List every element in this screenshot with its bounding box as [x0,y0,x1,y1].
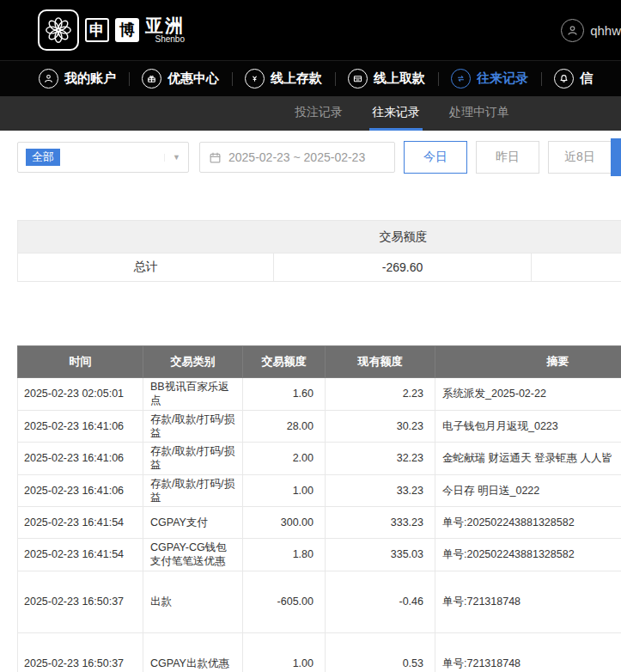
category-selected-value: 全部 [26,149,60,166]
cell-type: CGPAY出款优惠 [143,632,243,672]
cell-summary: 单号:721318748 [435,632,621,672]
cell-time: 2025-02-23 16:41:54 [18,539,143,571]
main-nav: 我的账户 优惠中心 线上存款 线上取款 往来记录 [0,60,621,96]
cell-balance: 0.53 [326,632,435,672]
cell-summary: 金蛇献瑞 财运通天 登录钜惠 人人皆 [435,443,621,475]
nav-item-label: 我的账户 [64,70,116,87]
brand-region-label: 亚洲 [145,16,185,35]
cell-time: 2025-02-23 16:41:06 [18,443,143,475]
cell-amount: 1.80 [243,539,326,571]
chevron-down-icon: ▼ [164,154,180,162]
brand-logo[interactable]: 申 博 亚洲 Shenbo [38,9,185,51]
nav-item-label: 往来记录 [477,70,528,87]
cell-time: 2025-02-23 16:41:54 [18,507,143,539]
summary-total-value: -269.60 [274,254,532,282]
col-header-time: 时间 [18,346,143,378]
nav-item-messages[interactable]: 信 [541,61,606,96]
cell-amount: 1.00 [243,474,326,507]
cell-type: BB视讯百家乐返点 [143,378,243,411]
bell-icon [554,69,574,89]
nav-item-label: 线上取款 [374,70,425,87]
summary-table: 交易额度 总计 -269.60 [17,220,621,282]
calendar-icon [209,151,222,164]
record-tabs: 投注记录 往来记录 处理中订单 [0,96,621,131]
quick-filter-last8days[interactable]: 近8日 [548,141,612,174]
cell-time: 2025-02-23 16:50:37 [18,571,143,632]
cell-type: 存款/取款/打码/损益 [143,474,243,507]
nav-item-label: 线上存款 [271,70,322,87]
cell-time: 2025-02-23 16:41:06 [18,474,143,507]
cell-amount: -605.00 [243,571,326,632]
user-menu[interactable]: qhhw [561,19,621,42]
category-select[interactable]: 全部 ▼ [17,142,189,173]
cell-type: CGPAY-CG钱包支付笔笔送优惠 [143,539,243,571]
records-tbody: 2025-02-23 02:05:01 BB视讯百家乐返点 1.60 2.23 … [18,378,621,672]
cell-time: 2025-02-23 16:50:37 [18,632,143,672]
brand-char-bo: 博 [115,18,139,42]
col-header-amount: 交易额度 [243,346,326,378]
username: qhhw [590,23,621,38]
cell-time: 2025-02-23 16:41:06 [18,410,143,443]
cell-amount: 2.00 [243,443,326,475]
cell-amount: 1.60 [243,378,326,411]
table-row: 2025-02-23 16:41:54 CGPAY-CG钱包支付笔笔送优惠 1.… [18,539,621,571]
nav-item-promotions[interactable]: 优惠中心 [129,61,232,96]
col-header-type: 交易类别 [143,346,243,378]
table-row: 2025-02-23 16:41:06 存款/取款/打码/损益 28.00 30… [18,410,621,443]
nav-item-online-deposit[interactable]: 线上存款 [232,61,335,96]
nav-item-my-account[interactable]: 我的账户 [26,61,129,96]
deposit-icon [245,69,265,89]
tab-betting-records[interactable]: 投注记录 [292,96,345,131]
cell-amount: 28.00 [243,410,326,443]
nav-item-online-withdrawal[interactable]: 线上取款 [335,61,438,96]
nav-item-label: 信 [580,70,593,87]
cell-type: 存款/取款/打码/损益 [143,443,243,475]
summary-total-label: 总计 [18,254,274,282]
search-button[interactable] [611,138,621,176]
cell-balance: 335.03 [326,539,435,571]
col-header-summary: 摘要 [435,346,621,378]
cell-summary: 今日存 明日送_0222 [435,474,621,507]
table-row: 2025-02-23 16:41:06 存款/取款/打码/损益 1.00 33.… [18,474,621,507]
cell-type: CGPAY支付 [143,507,243,539]
cell-balance: 33.23 [326,474,435,507]
summary-empty-cell [532,254,621,282]
brand-subtitle: Shenbo [155,35,185,45]
cell-summary: 系统派发_2025-02-22 [435,378,621,411]
cell-type: 存款/取款/打码/损益 [143,410,243,443]
avatar-icon [561,19,584,42]
cell-amount: 1.00 [243,632,326,672]
nav-item-label: 优惠中心 [167,70,219,87]
withdraw-icon [348,69,368,89]
col-header-balance: 现有额度 [326,346,435,378]
table-row: 2025-02-23 16:41:54 CGPAY支付 300.00 333.2… [18,507,621,539]
flower-logo-icon [38,9,79,51]
cell-amount: 300.00 [243,507,326,539]
cell-balance: 333.23 [326,507,435,539]
cell-time: 2025-02-23 02:05:01 [18,378,143,411]
table-row: 2025-02-23 16:50:37 出款 -605.00 -0.46 单号:… [18,571,621,632]
date-range-input[interactable]: 2025-02-23 ~ 2025-02-23 [199,142,395,173]
records-header-row: 时间 交易类别 交易额度 现有额度 摘要 [18,346,621,378]
records-icon [451,69,471,89]
user-icon [39,69,58,89]
table-row: 2025-02-23 16:50:37 CGPAY出款优惠 1.00 0.53 … [18,632,621,672]
table-row: 2025-02-23 16:41:06 存款/取款/打码/损益 2.00 32.… [18,443,621,475]
quick-filter-yesterday[interactable]: 昨日 [476,141,539,174]
cell-type: 出款 [143,571,243,632]
top-header: 申 博 亚洲 Shenbo qhhw [0,0,621,60]
cell-balance: 2.23 [326,378,435,411]
nav-item-transaction-records[interactable]: 往来记录 [438,61,541,96]
summary-title: 交易额度 [18,221,621,254]
records-table: 时间 交易类别 交易额度 现有额度 摘要 2025-02-23 02:05:01… [17,345,621,672]
cell-summary: 单号:721318748 [435,571,621,632]
gift-icon [142,69,161,89]
tab-transaction-records[interactable]: 往来记录 [369,96,423,131]
quick-filter-today[interactable]: 今日 [404,141,467,174]
cell-balance: -0.46 [326,571,435,632]
tab-processing-orders[interactable]: 处理中订单 [447,96,512,131]
brand-char-shen: 申 [85,18,109,42]
cell-summary: 单号:202502243881328582 [435,539,621,571]
filter-bar: 全部 ▼ 2025-02-23 ~ 2025-02-23 今日 昨日 近8日 [0,131,621,184]
table-row: 2025-02-23 02:05:01 BB视讯百家乐返点 1.60 2.23 … [18,378,621,411]
